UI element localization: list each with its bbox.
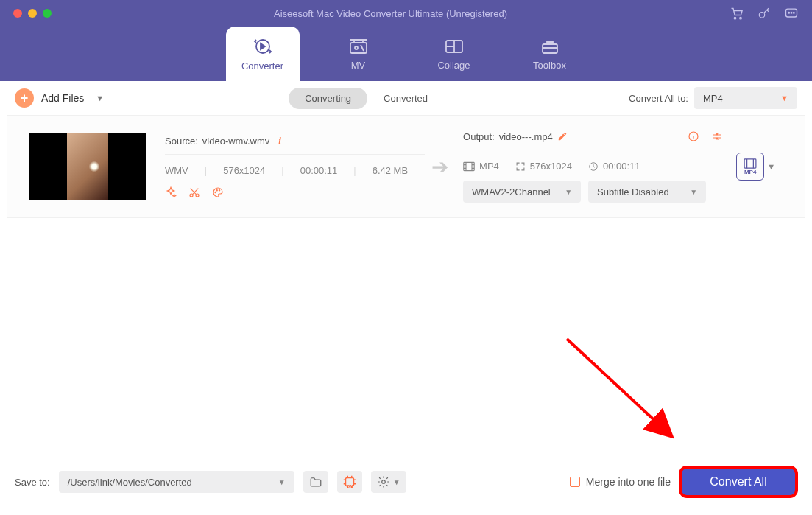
converter-icon [252, 37, 274, 56]
clock-icon [588, 161, 599, 172]
svg-point-16 [219, 190, 219, 191]
chevron-down-icon: ▼ [780, 94, 788, 102]
checkbox-icon [570, 477, 580, 487]
subtabs: Converting Converted [289, 88, 444, 109]
add-files-label: Add Files [41, 92, 84, 104]
settings-button[interactable]: ▼ [371, 471, 406, 493]
add-files-button[interactable]: + Add Files ▼ [15, 88, 104, 108]
info-icon[interactable]: i [278, 135, 281, 147]
chevron-down-icon: ▼ [565, 188, 572, 196]
source-duration: 00:00:11 [300, 165, 338, 176]
arrow-divider: ➔ [425, 155, 454, 179]
output-column: Output: video---.mp4 MP4 [463, 130, 723, 203]
edit-name-icon[interactable] [557, 131, 568, 141]
source-label: Source: [165, 136, 198, 147]
source-format: WMV [165, 165, 188, 176]
output-meta: MP4 576x1024 00:00:11 [463, 161, 723, 172]
convert-all-format-select[interactable]: MP4 ▼ [694, 87, 797, 109]
tab-toolbox[interactable]: Toolbox [513, 27, 587, 81]
subtab-converting[interactable]: Converting [289, 88, 367, 109]
output-duration: 00:00:11 [603, 161, 640, 172]
app-title: Aiseesoft Mac Video Converter Ultimate (… [52, 8, 730, 19]
subtitle-select[interactable]: Subtitle Disabled ▼ [588, 181, 706, 203]
maximize-window-button[interactable] [43, 9, 52, 18]
tab-collage[interactable]: Collage [417, 27, 491, 81]
arrow-right-icon: ➔ [431, 155, 448, 179]
source-meta: WMV | 576x1024 | 00:00:11 | 6.42 MB [165, 165, 425, 176]
compress-icon[interactable] [711, 130, 723, 142]
source-column: Source: video-wmv.wmv i WMV | 576x1024 |… [165, 135, 425, 198]
chevron-down-icon: ▼ [690, 188, 697, 196]
cart-icon[interactable] [730, 6, 744, 21]
tab-toolbox-label: Toolbox [533, 60, 566, 71]
mv-icon [348, 38, 369, 55]
convert-all-label: Convert All to: [629, 93, 688, 104]
chevron-down-icon: ▼ [393, 478, 400, 486]
main-nav: Converter MV Collage Toolbox [0, 27, 812, 81]
minimize-window-button[interactable] [28, 9, 37, 18]
chevron-down-icon[interactable]: ▼ [96, 94, 104, 102]
bottom-bar: Save to: /Users/link/Movies/Converted ▼ … [7, 456, 805, 508]
output-filename: video---.mp4 [499, 131, 553, 142]
key-icon[interactable] [758, 7, 771, 20]
open-folder-button[interactable] [303, 471, 328, 493]
audio-track-select[interactable]: WMAV2-2Channel ▼ [463, 181, 581, 203]
output-format: MP4 [479, 161, 499, 172]
svg-text:ON: ON [347, 484, 353, 488]
format-badge-text: MP4 [744, 169, 756, 175]
svg-point-9 [355, 46, 358, 49]
svg-point-24 [381, 480, 385, 484]
empty-file-area [7, 218, 805, 452]
source-size: 6.42 MB [373, 165, 408, 176]
output-label: Output: [463, 131, 495, 142]
svg-rect-8 [350, 43, 367, 53]
save-to-label: Save to: [15, 477, 50, 488]
svg-point-2 [759, 13, 765, 18]
chevron-down-icon: ▼ [767, 162, 775, 171]
star-effect-icon[interactable] [165, 186, 177, 198]
collage-icon [444, 38, 465, 55]
tab-collage-label: Collage [437, 60, 470, 71]
audio-track-value: WMAV2-2Channel [472, 186, 551, 197]
svg-point-5 [791, 12, 792, 13]
merge-label: Merge into one file [586, 476, 671, 488]
title-bar-right [730, 6, 799, 21]
tab-converter[interactable]: Converter [226, 27, 300, 81]
svg-point-1 [740, 17, 742, 18]
svg-rect-18 [464, 162, 474, 170]
output-line: Output: video---.mp4 [463, 130, 723, 150]
convert-all-button[interactable]: Convert All [679, 466, 797, 497]
cut-icon[interactable] [188, 186, 200, 198]
svg-point-0 [734, 17, 736, 18]
tab-mv[interactable]: MV [322, 27, 395, 81]
info-circle-icon[interactable] [688, 130, 699, 142]
file-item: Source: video-wmv.wmv i WMV | 576x1024 |… [7, 115, 805, 218]
output-selects: WMAV2-2Channel ▼ Subtitle Disabled ▼ [463, 181, 723, 203]
close-window-button[interactable] [13, 9, 22, 18]
svg-point-14 [215, 192, 216, 192]
video-format-icon [463, 161, 475, 172]
palette-icon[interactable] [212, 186, 224, 198]
convert-all-to: Convert All to: MP4 ▼ [629, 87, 797, 109]
convert-all-label: Convert All [710, 475, 766, 488]
tab-mv-label: MV [351, 60, 366, 71]
video-thumbnail[interactable] [29, 133, 146, 200]
chevron-down-icon: ▼ [278, 478, 286, 486]
title-bar: Aiseesoft Mac Video Converter Ultimate (… [0, 0, 812, 27]
gear-icon [377, 475, 390, 488]
gpu-accel-button[interactable]: ON [337, 471, 362, 493]
svg-point-15 [216, 190, 217, 191]
expand-icon [515, 161, 526, 172]
svg-point-4 [788, 12, 790, 13]
subtab-converted[interactable]: Converted [367, 88, 444, 109]
svg-point-13 [196, 194, 199, 197]
output-resolution: 576x1024 [530, 161, 572, 172]
save-path-value: /Users/link/Movies/Converted [68, 477, 192, 488]
save-path-select[interactable]: /Users/link/Movies/Converted ▼ [59, 471, 294, 493]
toolbar: + Add Files ▼ Converting Converted Conve… [7, 81, 805, 115]
output-format-picker[interactable]: MP4 ▼ [736, 153, 775, 181]
convert-all-value: MP4 [703, 93, 723, 104]
chat-icon[interactable] [784, 6, 799, 21]
source-resolution: 576x1024 [223, 165, 265, 176]
merge-checkbox[interactable]: Merge into one file [570, 476, 671, 488]
